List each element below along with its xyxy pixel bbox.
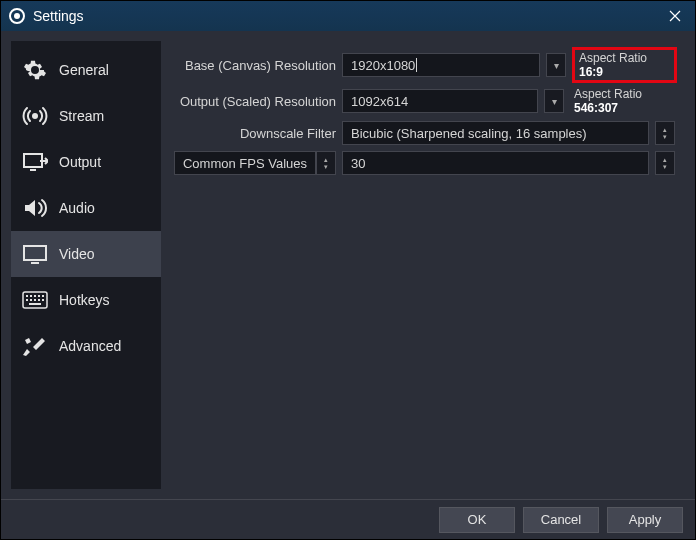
audio-icon xyxy=(21,197,49,219)
downscale-filter-stepper[interactable]: ▴▾ xyxy=(655,121,675,145)
output-resolution-row: Output (Scaled) Resolution 1092x614 ▾ As… xyxy=(171,87,675,115)
base-resolution-row: Base (Canvas) Resolution 1920x1080 ▾ Asp… xyxy=(171,49,675,81)
chevron-down-icon: ▾ xyxy=(324,163,328,170)
fps-mode-stepper[interactable]: ▴▾ xyxy=(316,151,336,175)
sidebar-item-label: Output xyxy=(59,154,101,170)
chevron-down-icon: ▾ xyxy=(663,163,667,170)
sidebar-item-label: Hotkeys xyxy=(59,292,110,308)
downscale-filter-select[interactable]: Bicubic (Sharpened scaling, 16 samples) xyxy=(342,121,649,145)
chevron-down-icon: ▾ xyxy=(552,96,557,107)
apply-button[interactable]: Apply xyxy=(607,507,683,533)
content-area: General Stream Output Audio Video xyxy=(1,31,695,499)
base-resolution-dropdown[interactable]: ▾ xyxy=(546,53,566,77)
svg-rect-11 xyxy=(26,299,28,301)
fps-value-select[interactable]: 30 xyxy=(342,151,649,175)
svg-rect-1 xyxy=(24,154,42,167)
sidebar-item-output[interactable]: Output xyxy=(11,139,161,185)
sidebar-item-hotkeys[interactable]: Hotkeys xyxy=(11,277,161,323)
ok-button[interactable]: OK xyxy=(439,507,515,533)
gear-icon xyxy=(21,58,49,82)
chevron-up-icon: ▴ xyxy=(324,156,328,163)
dialog-footer: OK Cancel Apply xyxy=(1,499,695,539)
sidebar-item-general[interactable]: General xyxy=(11,47,161,93)
svg-rect-13 xyxy=(34,299,36,301)
base-aspect-ratio: Aspect Ratio 16:9 xyxy=(572,47,677,83)
sidebar-item-label: Advanced xyxy=(59,338,121,354)
sidebar-item-advanced[interactable]: Advanced xyxy=(11,323,161,369)
base-resolution-input[interactable]: 1920x1080 xyxy=(342,53,540,77)
svg-rect-4 xyxy=(31,262,39,264)
video-settings-panel: Base (Canvas) Resolution 1920x1080 ▾ Asp… xyxy=(161,41,685,489)
chevron-down-icon: ▾ xyxy=(554,60,559,71)
svg-rect-12 xyxy=(30,299,32,301)
sidebar-item-stream[interactable]: Stream xyxy=(11,93,161,139)
sidebar-item-label: Stream xyxy=(59,108,104,124)
stream-icon xyxy=(21,105,49,127)
downscale-filter-row: Downscale Filter Bicubic (Sharpened scal… xyxy=(171,121,675,145)
output-icon xyxy=(21,151,49,173)
sidebar-item-audio[interactable]: Audio xyxy=(11,185,161,231)
output-resolution-input[interactable]: 1092x614 xyxy=(342,89,538,113)
app-icon xyxy=(9,8,25,24)
svg-rect-14 xyxy=(38,299,40,301)
svg-rect-3 xyxy=(24,246,46,260)
sidebar-item-label: Video xyxy=(59,246,95,262)
video-icon xyxy=(21,243,49,265)
close-button[interactable] xyxy=(655,1,695,31)
chevron-down-icon: ▾ xyxy=(663,133,667,140)
svg-rect-9 xyxy=(38,295,40,297)
output-resolution-label: Output (Scaled) Resolution xyxy=(171,94,336,109)
svg-rect-15 xyxy=(42,299,44,301)
base-resolution-label: Base (Canvas) Resolution xyxy=(171,58,336,73)
sidebar: General Stream Output Audio Video xyxy=(11,41,161,489)
window-title: Settings xyxy=(33,8,655,24)
sidebar-item-video[interactable]: Video xyxy=(11,231,161,277)
svg-rect-8 xyxy=(34,295,36,297)
chevron-up-icon: ▴ xyxy=(663,126,667,133)
output-aspect-ratio: Aspect Ratio 546:307 xyxy=(570,87,675,115)
output-resolution-dropdown[interactable]: ▾ xyxy=(544,89,564,113)
sidebar-item-label: Audio xyxy=(59,200,95,216)
cancel-button[interactable]: Cancel xyxy=(523,507,599,533)
svg-rect-2 xyxy=(30,169,36,171)
close-icon xyxy=(669,10,681,22)
svg-point-0 xyxy=(32,113,38,119)
svg-rect-16 xyxy=(29,303,41,305)
advanced-icon xyxy=(21,335,49,357)
svg-rect-6 xyxy=(26,295,28,297)
svg-rect-10 xyxy=(42,295,44,297)
hotkeys-icon xyxy=(21,291,49,309)
svg-rect-7 xyxy=(30,295,32,297)
downscale-filter-label: Downscale Filter xyxy=(171,126,336,141)
chevron-up-icon: ▴ xyxy=(663,156,667,163)
sidebar-item-label: General xyxy=(59,62,109,78)
fps-mode-select[interactable]: Common FPS Values xyxy=(174,151,316,175)
titlebar: Settings xyxy=(1,1,695,31)
fps-value-stepper[interactable]: ▴▾ xyxy=(655,151,675,175)
fps-row: Common FPS Values ▴▾ 30 ▴▾ xyxy=(171,151,675,175)
